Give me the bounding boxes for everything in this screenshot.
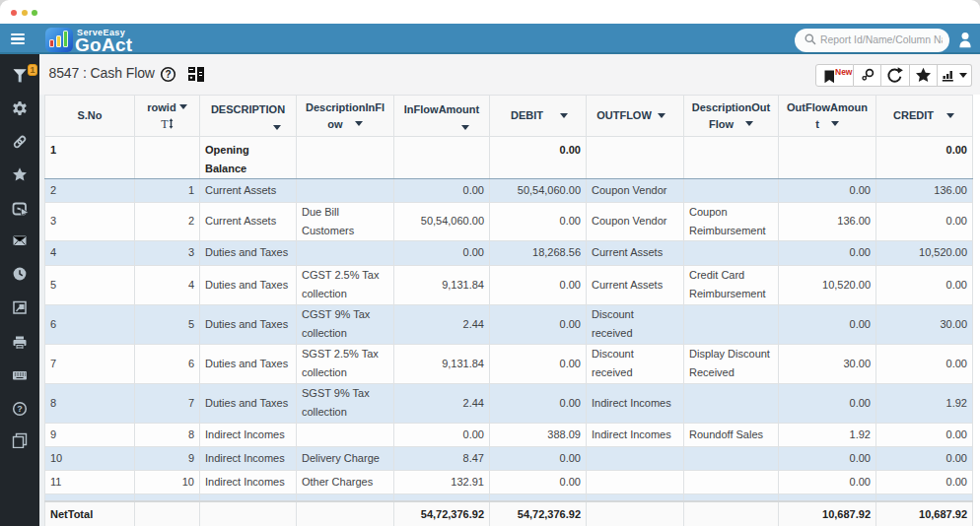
svg-text:?: ?	[165, 69, 171, 80]
svg-text:?: ?	[17, 404, 23, 414]
